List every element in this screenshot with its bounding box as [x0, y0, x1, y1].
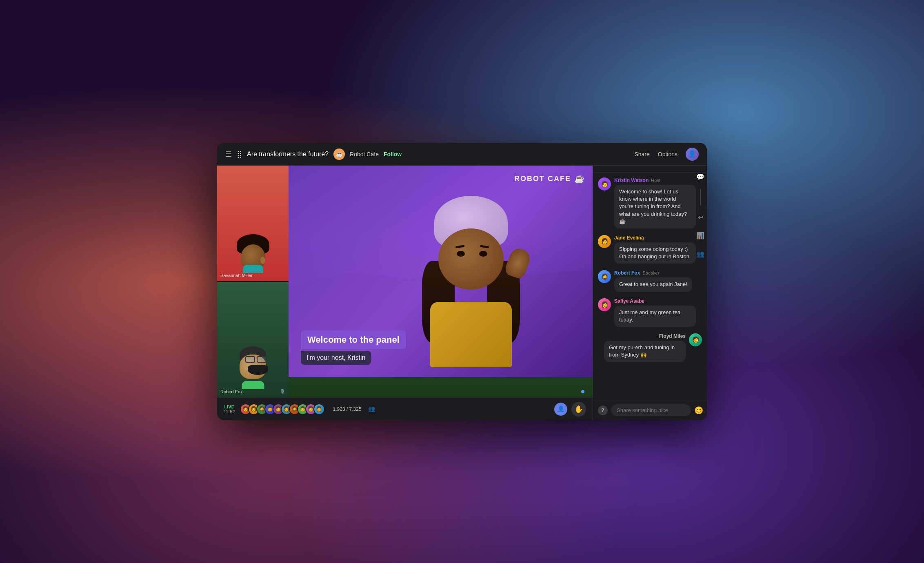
message-content-kristin: Kristin Watson Host Welcome to show! Let… — [614, 177, 696, 228]
host-mini-avatar[interactable]: 👤 — [554, 403, 567, 416]
channel-name: Robot Cafe — [350, 151, 379, 157]
robert-name: Robert Fox — [220, 389, 242, 394]
savannah-ear — [260, 257, 265, 264]
char-eye-left — [457, 251, 465, 257]
char-head — [438, 228, 504, 290]
speaker-bg-savannah — [217, 166, 289, 281]
chart-panel-icon[interactable]: 📊 — [694, 229, 707, 242]
footer-right: 👤 ✋ — [554, 402, 586, 417]
message-header-floyd: Floyd Miles — [604, 333, 686, 339]
header: ☰ ⣿ Are transformers the future? ☕ Robot… — [217, 143, 707, 166]
emoji-button[interactable]: 😊 — [694, 406, 703, 415]
header-right: Share Options 👤 — [634, 148, 699, 161]
subtitle-host-text: I'm your host, Kristin — [307, 354, 365, 361]
chat-panel: 💬 ↩ 📊 👥 🧑 Kristin Watson Host — [593, 166, 707, 420]
chat-messages: 🧑 Kristin Watson Host Welcome to show! L… — [593, 173, 707, 400]
message-bubble-jane: Sipping some oolong today :) Oh and hang… — [614, 242, 696, 264]
live-viewer-number: 1,923 — [333, 406, 345, 412]
sender-name-jane: Jane Evelina — [614, 235, 644, 241]
sender-name-kristin: Kristin Watson — [614, 177, 649, 183]
sender-name-safiye: Safiye Asabe — [614, 298, 644, 304]
channel-logo: ☕ — [333, 149, 345, 160]
avatar-safiye: 👩 — [598, 298, 611, 311]
mic-off-icon: 🎙️ — [280, 389, 285, 394]
char-brow-right — [480, 245, 489, 248]
panel-divider — [700, 189, 701, 205]
video-footer: LIVE 12:52 🧑 👩 🧔 👨 🧑 👩 🧔 👨 🧑 👩 1,9 — [217, 397, 593, 420]
progress-dot — [581, 390, 584, 393]
glass-lens-left — [245, 356, 255, 363]
avatar-savannah — [237, 234, 269, 271]
speaker-tiles: Savannah Miller — [217, 166, 289, 397]
char-eye-right — [479, 251, 487, 257]
glass-lens-right — [257, 356, 267, 363]
savannah-name: Savannah Miller — [220, 273, 253, 278]
show-title: Are transformers the future? — [247, 151, 329, 158]
message-bubble-robert: Great to see you again Jane! — [614, 277, 692, 291]
viewer-count: 1,923 / 7,325 — [333, 406, 362, 412]
avatar-kristin: 🧑 — [598, 177, 611, 191]
total-seats: 7,325 — [349, 406, 362, 412]
message-bubble-safiye: Just me and my green tea today. — [614, 306, 696, 327]
robert-face — [240, 355, 266, 379]
subtitle-welcome: Welcome to the panel — [301, 330, 406, 349]
message-content-jane: Jane Evelina Sipping some oolong today :… — [614, 235, 696, 264]
robert-glasses — [245, 356, 270, 363]
message-content-floyd: Floyd Miles Got my pu-erh and tuning in … — [604, 333, 686, 362]
sender-name-robert: Robert Fox — [614, 270, 640, 276]
message-header-kristin: Kristin Watson Host — [614, 177, 696, 183]
chat-panel-icon[interactable]: 💬 — [694, 171, 707, 183]
subtitle-host: I'm your host, Kristin — [301, 351, 371, 365]
glasses-frame — [245, 356, 270, 363]
channel-logo-emoji: ☕ — [336, 151, 343, 157]
message-content-robert: Robert Fox Speaker Great to see you agai… — [614, 270, 692, 291]
main-content: Savannah Miller — [217, 166, 707, 420]
sender-name-floyd: Floyd Miles — [659, 333, 686, 339]
char-brow-left — [455, 245, 464, 248]
people-icon: 👥 — [368, 406, 375, 412]
speaker-tile-robert: Robert Fox 🎙️ — [217, 282, 289, 397]
chat-message-floyd: 🧑 Floyd Miles Got my pu-erh and tuning i… — [598, 333, 702, 362]
robert-collar — [242, 381, 264, 389]
sender-role-kristin: Host — [651, 178, 660, 183]
chat-message-jane: 👩 Jane Evelina Sipping some oolong today… — [598, 235, 702, 264]
question-badge: ? — [598, 406, 608, 415]
video-area: Savannah Miller — [217, 166, 593, 420]
avatar-robert-chat: 🧔 — [598, 270, 611, 283]
audience-icon[interactable]: ⣿ — [237, 150, 242, 159]
video-container: Savannah Miller — [217, 166, 593, 397]
avatar-jane: 👩 — [598, 235, 611, 248]
app-window: ☰ ⣿ Are transformers the future? ☕ Robot… — [217, 143, 707, 420]
subtitle-welcome-text: Welcome to the panel — [307, 335, 400, 345]
live-label: LIVE — [224, 404, 234, 409]
chat-message-safiye: 👩 Safiye Asabe Just me and my green tea … — [598, 298, 702, 327]
follow-button[interactable]: Follow — [384, 151, 402, 157]
main-video: ROBOT CAFE ☕ — [289, 166, 593, 397]
chat-message-robert: 🧔 Robert Fox Speaker Great to see you ag… — [598, 270, 702, 291]
message-content-safiye: Safiye Asabe Just me and my green tea to… — [614, 298, 696, 327]
audience-avatars: 🧑 👩 🧔 👨 🧑 👩 🧔 👨 🧑 👩 — [240, 403, 325, 415]
robert-beard — [248, 365, 268, 375]
savannah-collar — [243, 265, 263, 273]
live-badge: LIVE 12:52 — [224, 404, 235, 414]
user-avatar[interactable]: 👤 — [686, 148, 699, 161]
people-panel-icon[interactable]: 👥 — [694, 248, 707, 260]
sender-role-robert: Speaker — [642, 270, 659, 275]
header-left: ☰ ⣿ Are transformers the future? ☕ Robot… — [225, 149, 634, 160]
avatar-floyd: 🧑 — [689, 333, 702, 346]
chat-input[interactable] — [611, 404, 691, 416]
raise-hand-button[interactable]: ✋ — [571, 402, 586, 417]
speaker-tile-savannah: Savannah Miller — [217, 166, 289, 281]
message-bubble-floyd: Got my pu-erh and tuning in from Sydney … — [604, 341, 686, 362]
options-button[interactable]: Options — [658, 151, 677, 157]
menu-icon[interactable]: ☰ — [225, 150, 232, 159]
share-button[interactable]: Share — [634, 151, 649, 157]
avatar-robert — [235, 346, 271, 387]
message-bubble-kristin: Welcome to show! Let us know where in th… — [614, 185, 696, 228]
subtitle-box: Welcome to the panel I'm your host, Kris… — [301, 330, 502, 365]
message-header-jane: Jane Evelina — [614, 235, 696, 241]
speaker-bg-robert — [217, 282, 289, 397]
reply-panel-icon[interactable]: ↩ — [695, 211, 706, 224]
message-header-robert: Robert Fox Speaker — [614, 270, 692, 276]
audience-avatar-10: 👩 — [313, 403, 325, 415]
